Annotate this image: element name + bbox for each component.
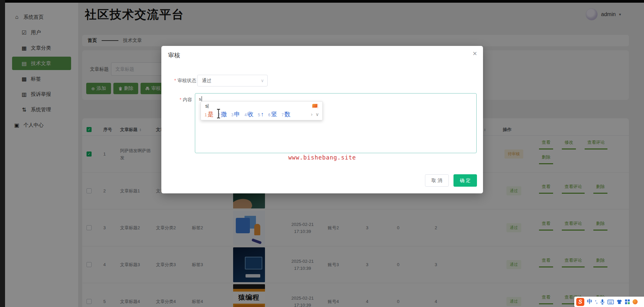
ime-candidate[interactable]: 4收 [245,110,254,118]
sogou-emoji-icon[interactable] [312,104,318,108]
ime-candidate[interactable]: 5↑ [258,111,264,118]
ime-language-mode[interactable]: 中 [587,298,592,305]
keyboard-icon[interactable] [607,300,614,304]
text-caret [202,96,202,101]
required-asterisk: * [180,97,181,102]
status-field-label: *审核状态 [161,78,196,84]
ime-candidate[interactable]: 3申 [231,110,240,118]
ime-candidate[interactable]: 1是 [205,110,214,118]
confirm-button[interactable]: 确 定 [453,174,477,187]
emoji-icon[interactable] [633,299,638,304]
ime-candidate[interactable]: 7数 [281,110,290,118]
ime-toolbar: S 中 ’, [574,297,644,307]
expand-icon[interactable]: ∨ [316,112,319,117]
next-page-icon[interactable]: › [311,112,313,117]
content-field-label: *内容 [161,97,192,103]
chevron-down-icon: ∨ [261,75,264,86]
close-icon[interactable]: × [473,50,477,57]
dialog-title: 审核 [168,51,180,59]
textarea-text: s [199,97,201,102]
ime-pager: › ∨ [311,112,319,117]
required-asterisk: * [174,78,176,83]
ime-candidate[interactable]: 6竖 [268,110,277,118]
toolbox-grid-icon[interactable] [625,299,630,304]
ime-composition: s [205,103,208,109]
punctuation-icon[interactable]: ’, [595,299,597,304]
status-select[interactable]: 通过 ∨ [197,75,268,86]
microphone-icon[interactable] [600,299,605,305]
skin-shirt-icon[interactable] [616,299,622,304]
watermark: www.bishebang.site [161,154,483,161]
mouse-text-cursor [216,109,221,120]
status-select-value: 通过 [202,78,211,83]
text-caret [208,104,208,108]
cancel-button[interactable]: 取 消 [425,174,449,187]
sogou-logo-icon[interactable]: S [576,298,584,306]
